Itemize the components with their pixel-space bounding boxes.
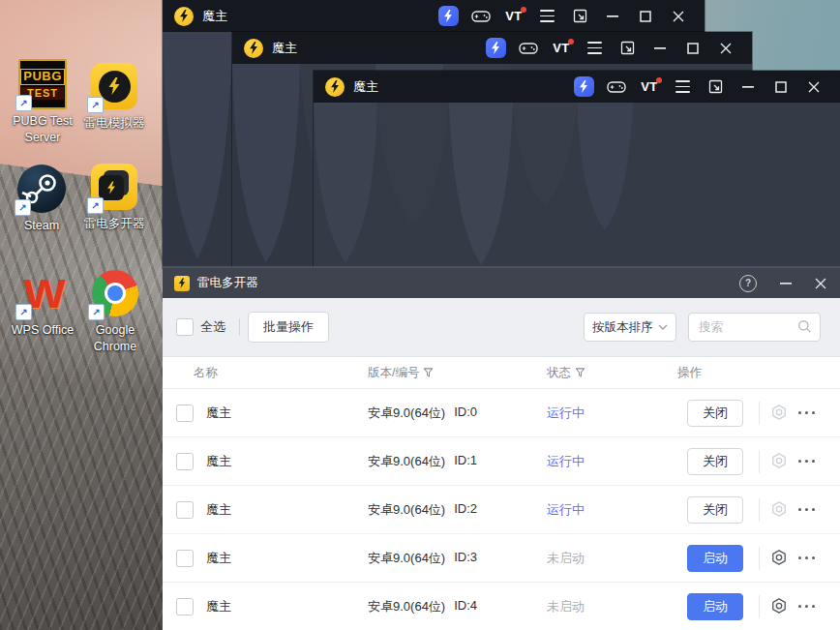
select-all-checkbox[interactable]	[176, 318, 194, 336]
more-options-icon[interactable]	[798, 411, 815, 414]
minimize-button[interactable]	[596, 0, 629, 32]
instance-name: 魔主	[206, 501, 231, 519]
menu-button[interactable]	[530, 0, 563, 32]
lightning-icon	[106, 181, 116, 195]
search-box	[688, 313, 821, 342]
row-divider	[759, 450, 760, 473]
stop-instance-button[interactable]: 关闭	[687, 400, 743, 427]
minimize-button[interactable]	[644, 32, 676, 64]
instance-version: 安卓9.0(64位)ID:0	[368, 405, 477, 422]
instance-name: 魔主	[206, 405, 231, 422]
gamepad-icon	[471, 10, 491, 23]
gamepad-button[interactable]	[600, 71, 633, 103]
maximize-button[interactable]	[629, 0, 662, 32]
stop-instance-button[interactable]: 关闭	[687, 496, 743, 524]
start-instance-button[interactable]: 启动	[687, 593, 743, 620]
instance-status: 未启动	[547, 550, 585, 567]
vt-button[interactable]: VT	[497, 0, 530, 32]
batch-operation-button[interactable]: 批量操作	[248, 312, 329, 343]
boost-mode-button[interactable]	[567, 71, 600, 103]
close-button[interactable]	[797, 71, 830, 103]
desktop-icon-steam[interactable]: ↗ Steam	[10, 165, 74, 234]
boost-mode-button[interactable]	[432, 0, 465, 32]
new-window-icon	[573, 9, 587, 23]
filter-icon[interactable]	[575, 368, 585, 378]
ldplayer-icon: ↗	[90, 62, 138, 110]
close-button[interactable]	[709, 32, 742, 64]
vt-button[interactable]: VT	[633, 71, 666, 103]
desktop-icon-label: 雷电模拟器	[84, 115, 145, 132]
row-divider	[759, 402, 760, 425]
start-instance-button[interactable]: 启动	[687, 545, 743, 572]
emulator-titlebar[interactable]: 魔主 VT	[163, 0, 705, 32]
col-header-name: 名称	[194, 365, 218, 381]
minimize-icon	[607, 15, 618, 17]
emulator-content	[314, 103, 840, 268]
instance-name: 魔主	[206, 550, 231, 567]
stop-instance-button[interactable]: 关闭	[687, 448, 743, 475]
minimize-button[interactable]	[780, 283, 792, 285]
more-options-icon[interactable]	[798, 508, 815, 511]
settings-gear-icon[interactable]	[770, 404, 788, 425]
instance-name: 魔主	[206, 598, 231, 615]
more-options-icon[interactable]	[798, 460, 815, 463]
gamepad-button[interactable]	[512, 32, 545, 64]
ldplayer-logo-icon	[244, 39, 263, 58]
desktop-icon-ld-multiplayer[interactable]: ↗ 雷电多开器	[83, 163, 145, 232]
menu-button[interactable]	[666, 71, 699, 103]
notification-dot	[568, 39, 574, 45]
maximize-icon	[640, 11, 651, 22]
table-header: 名称 版本/编号 状态 操作	[163, 357, 840, 389]
settings-gear-icon[interactable]	[770, 597, 788, 618]
row-checkbox[interactable]	[176, 405, 194, 422]
chrome-icon: ↗	[91, 269, 139, 317]
manager-titlebar[interactable]: 雷电多开器 ?	[163, 268, 840, 298]
instance-version: 安卓9.0(64位)ID:1	[368, 453, 477, 470]
desktop-icon-wps-office[interactable]: W ↗ WPS Office	[6, 269, 79, 339]
new-window-icon	[620, 41, 635, 55]
select-all-label: 全选	[200, 318, 225, 336]
new-window-button[interactable]	[563, 0, 596, 32]
shortcut-arrow-icon: ↗	[15, 95, 32, 111]
chevron-down-icon	[658, 324, 668, 330]
more-options-icon[interactable]	[798, 605, 815, 608]
vt-button[interactable]: VT	[545, 32, 578, 64]
desktop: PUBGTEST ↗ PUBG Test Server ↗ 雷电模拟器 ↗ St…	[0, 0, 840, 630]
instance-row: 魔主 安卓9.0(64位)ID:0 运行中 关闭	[163, 389, 840, 437]
minimize-button[interactable]	[732, 71, 765, 103]
sort-dropdown[interactable]: 按版本排序	[584, 313, 676, 342]
close-button[interactable]	[815, 278, 826, 289]
settings-gear-icon[interactable]	[770, 452, 788, 473]
new-window-button[interactable]	[699, 71, 732, 103]
help-icon[interactable]: ?	[739, 275, 757, 292]
search-icon	[797, 319, 812, 334]
new-window-button[interactable]	[611, 32, 644, 64]
filter-icon[interactable]	[423, 368, 434, 378]
close-button[interactable]	[662, 0, 695, 32]
more-options-icon[interactable]	[798, 556, 815, 559]
maximize-button[interactable]	[765, 71, 797, 103]
menu-button[interactable]	[578, 32, 611, 64]
multi-manager-window: 雷电多开器 ? 全选 批量操作 按版本排序 名称	[163, 268, 840, 630]
settings-gear-icon[interactable]	[770, 500, 788, 522]
settings-gear-icon[interactable]	[770, 549, 788, 570]
row-checkbox[interactable]	[176, 550, 194, 567]
manager-toolbar: 全选 批量操作 按版本排序	[163, 298, 840, 357]
col-header-version: 版本/编号	[368, 365, 434, 381]
instance-status: 运行中	[547, 501, 585, 519]
row-checkbox[interactable]	[176, 501, 194, 519]
gamepad-button[interactable]	[465, 0, 497, 32]
ldplayer-logo-icon	[174, 7, 194, 26]
minimize-icon	[654, 47, 666, 49]
emulator-titlebar[interactable]: 魔主 VT	[232, 32, 752, 64]
maximize-button[interactable]	[676, 32, 709, 64]
instance-row: 魔主 安卓9.0(64位)ID:2 运行中 关闭	[163, 486, 840, 534]
instance-status: 运行中	[547, 405, 585, 422]
boost-mode-button[interactable]	[479, 32, 512, 64]
desktop-icon-google-chrome[interactable]: ↗ Google Chrome	[81, 269, 149, 355]
emulator-titlebar[interactable]: 魔主 VT	[314, 71, 840, 103]
row-checkbox[interactable]	[176, 453, 194, 470]
desktop-icon-pubg-test-server[interactable]: PUBGTEST ↗ PUBG Test Server	[6, 60, 79, 146]
row-checkbox[interactable]	[176, 598, 194, 615]
desktop-icon-ldplayer[interactable]: ↗ 雷电模拟器	[83, 62, 145, 132]
